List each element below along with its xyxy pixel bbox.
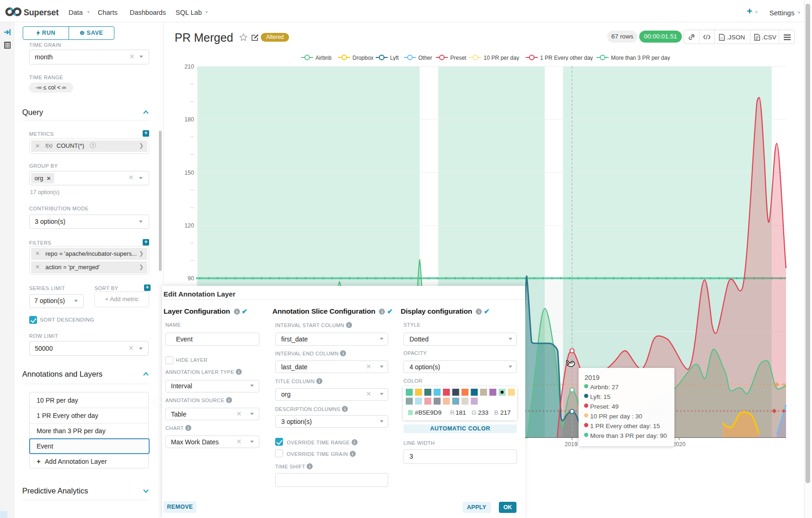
svg-text:90: 90 xyxy=(188,275,194,282)
svg-text:210: 210 xyxy=(184,63,194,70)
svg-text:G: G xyxy=(472,409,477,416)
svg-text:2019: 2019 xyxy=(565,441,578,448)
svg-text:181: 181 xyxy=(455,409,466,416)
svg-text:233: 233 xyxy=(478,409,489,416)
svg-text:180: 180 xyxy=(184,116,194,123)
svg-text:150: 150 xyxy=(184,170,194,176)
svg-text:B: B xyxy=(494,409,498,416)
svg-text:2020: 2020 xyxy=(673,441,686,448)
svg-text:217: 217 xyxy=(500,409,511,416)
svg-text:120: 120 xyxy=(184,222,194,229)
svg-text:#B5E9D9: #B5E9D9 xyxy=(415,409,441,416)
svg-text:R: R xyxy=(450,409,455,416)
